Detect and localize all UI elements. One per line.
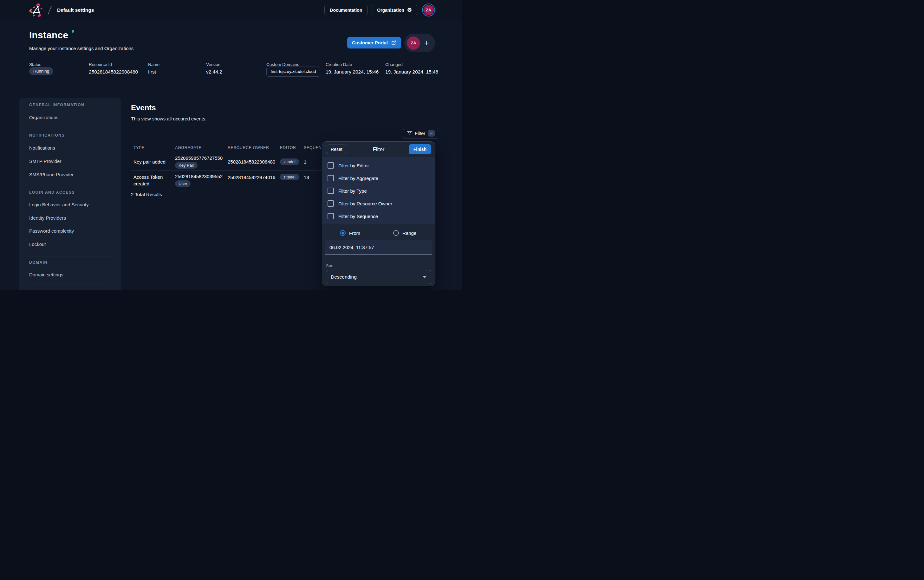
- checkbox-label: Filter by Type: [338, 188, 367, 194]
- events-title: Events: [131, 103, 156, 112]
- changed-value: 19. January 2024, 15:46: [385, 69, 438, 75]
- column-header-sequence: SEQUENCE: [304, 145, 322, 150]
- sidebar-item-sms-phone-provider[interactable]: SMS/Phone Provider: [29, 172, 74, 177]
- chevron-down-icon: [423, 276, 426, 278]
- resource-owner-cell: 250281845822974016: [228, 174, 280, 180]
- from-radio[interactable]: [340, 230, 346, 236]
- sidebar-group-general-information: GENERAL INFORMATION: [29, 103, 84, 107]
- event-type-cell: Key pair added: [131, 159, 175, 165]
- organization-button[interactable]: Organization ⚙: [371, 5, 417, 15]
- instance-avatar[interactable]: ZA: [407, 36, 420, 50]
- total-results: 2 Total Results: [131, 192, 162, 197]
- funnel-icon: [407, 131, 412, 136]
- event-aggregate-cell: 252865985776727550 Key Pair: [175, 155, 228, 169]
- filter-button[interactable]: Filter F: [403, 128, 438, 139]
- checkbox-icon[interactable]: [328, 188, 334, 194]
- status-badge: Running: [29, 67, 53, 75]
- creation-date-label: Creation Date: [326, 62, 352, 67]
- events-description: This view shows all occured events.: [131, 116, 206, 121]
- reset-button[interactable]: Reset: [326, 145, 347, 154]
- page-title: Instance: [29, 30, 74, 41]
- column-header-aggregate: AGGREGATE: [175, 145, 228, 150]
- sidebar-item-password-complexity[interactable]: Password complexity: [29, 228, 74, 234]
- event-aggregate-cell: 250281845823039552 User: [175, 174, 228, 187]
- sort-label: Sort: [326, 264, 431, 268]
- settings-sidebar: GENERAL INFORMATION Organizations NOTIFI…: [19, 98, 121, 290]
- zitadel-logo-icon[interactable]: [28, 3, 44, 17]
- checkbox-label: Filter by Aggregate: [338, 176, 378, 181]
- checkbox-icon[interactable]: [328, 200, 334, 207]
- editor-cell: zitadel: [280, 174, 304, 180]
- filter-panel: Filter Reset Finish Filter by Editor Fil…: [322, 141, 436, 286]
- table-row[interactable]: Key pair added 252865985776727550 Key Pa…: [131, 153, 322, 171]
- column-header-editor: EDITOR: [280, 145, 304, 150]
- external-link-icon: [391, 40, 396, 45]
- editor-chip: zitadel: [280, 174, 299, 180]
- add-instance-button[interactable]: +: [424, 39, 429, 47]
- filter-button-label: Filter: [415, 130, 425, 136]
- filter-panel-header: Filter Reset Finish: [322, 142, 435, 157]
- checkbox-label: Filter by Resource Owner: [338, 201, 392, 206]
- aggregate-type-chip: User: [175, 180, 191, 187]
- checkbox-icon[interactable]: [328, 213, 334, 219]
- events-table-header: TYPE AGGREGATE RESOURCE OWNER EDITOR SEQ…: [131, 143, 322, 153]
- sort-select-value: Descending: [331, 274, 357, 280]
- breadcrumb-separator: [48, 5, 52, 15]
- resource-owner-cell: 250281845822908480: [228, 159, 280, 165]
- checkbox-icon[interactable]: [328, 162, 334, 169]
- sidebar-group-notifications: NOTIFICATIONS: [29, 133, 65, 138]
- resource-id-label: Resource Id: [89, 62, 112, 67]
- sidebar-item-identity-providers[interactable]: Identity Providers: [29, 215, 66, 221]
- sidebar-group-login-and-access: LOGIN AND ACCESS: [29, 190, 75, 194]
- gear-icon: ⚙: [407, 7, 412, 13]
- filter-shortcut-badge: F: [428, 130, 435, 137]
- name-value: first: [148, 69, 156, 75]
- checkbox-row-filter-by-type[interactable]: Filter by Type: [322, 185, 435, 197]
- sidebar-divider: [29, 129, 111, 129]
- checkbox-row-filter-by-editor[interactable]: Filter by Editor: [322, 159, 435, 172]
- sort-select[interactable]: Descending: [326, 270, 431, 284]
- table-row[interactable]: Access Token created 250281845823039552 …: [131, 171, 322, 193]
- user-avatar[interactable]: ZA: [422, 3, 435, 16]
- date-input[interactable]: 06.02.2024, 11:37:57: [325, 240, 432, 255]
- sidebar-divider: [29, 285, 111, 285]
- instance-avatar-group[interactable]: ZA +: [404, 34, 435, 52]
- creation-date-value: 19. January 2024, 15:46: [326, 69, 379, 75]
- editor-chip: zitadel: [280, 158, 299, 165]
- sidebar-item-notifications[interactable]: Notifications: [29, 145, 55, 150]
- checkbox-icon[interactable]: [328, 175, 334, 181]
- documentation-button[interactable]: Documentation: [324, 5, 368, 15]
- radio-dot-icon: [342, 232, 344, 234]
- sidebar-item-smtp-provider[interactable]: SMTP Provider: [29, 158, 61, 164]
- date-mode-radio-group: From Range: [340, 230, 435, 236]
- sequence-cell: 13: [304, 174, 322, 180]
- custom-domains-label: Custom Domains: [266, 62, 299, 67]
- sidebar-item-lockout[interactable]: Lockout: [29, 242, 46, 247]
- sidebar-group-domain: DOMAIN: [29, 260, 48, 265]
- aggregate-type-chip: Key Pair: [175, 162, 198, 169]
- range-radio[interactable]: [393, 230, 399, 236]
- sidebar-item-organizations[interactable]: Organizations: [29, 115, 59, 120]
- event-type-cell: Access Token created: [131, 174, 175, 187]
- customer-portal-button[interactable]: Customer Portal: [347, 37, 401, 48]
- breadcrumb: Default settings: [57, 7, 94, 13]
- aggregate-id: 252865985776727550: [175, 155, 223, 161]
- documentation-label: Documentation: [330, 8, 362, 13]
- checkbox-row-filter-by-resource-owner[interactable]: Filter by Resource Owner: [322, 197, 435, 210]
- events-table: TYPE AGGREGATE RESOURCE OWNER EDITOR SEQ…: [131, 143, 322, 193]
- custom-domain-chip: first-tqszuy.zitadel.cloud: [266, 67, 320, 77]
- sidebar-item-login-behavior[interactable]: Login Behavior and Security: [29, 202, 89, 207]
- editor-cell: zitadel: [280, 158, 304, 165]
- checkbox-row-filter-by-sequence[interactable]: Filter by Sequence: [322, 210, 435, 222]
- filter-checkbox-list: Filter by Editor Filter by Aggregate Fil…: [322, 157, 435, 224]
- sidebar-item-domain-settings[interactable]: Domain settings: [29, 272, 63, 277]
- name-label: Name: [148, 62, 160, 67]
- checkbox-row-filter-by-aggregate[interactable]: Filter by Aggregate: [322, 172, 435, 185]
- finish-button[interactable]: Finish: [409, 144, 431, 154]
- checkbox-label: Filter by Sequence: [338, 214, 378, 219]
- status-dot-icon: [72, 30, 74, 33]
- resource-id-value: 250281845822908480: [89, 69, 138, 75]
- checkbox-label: Filter by Editor: [338, 163, 369, 168]
- customer-portal-label: Customer Portal: [352, 40, 388, 45]
- section-divider: [0, 88, 462, 88]
